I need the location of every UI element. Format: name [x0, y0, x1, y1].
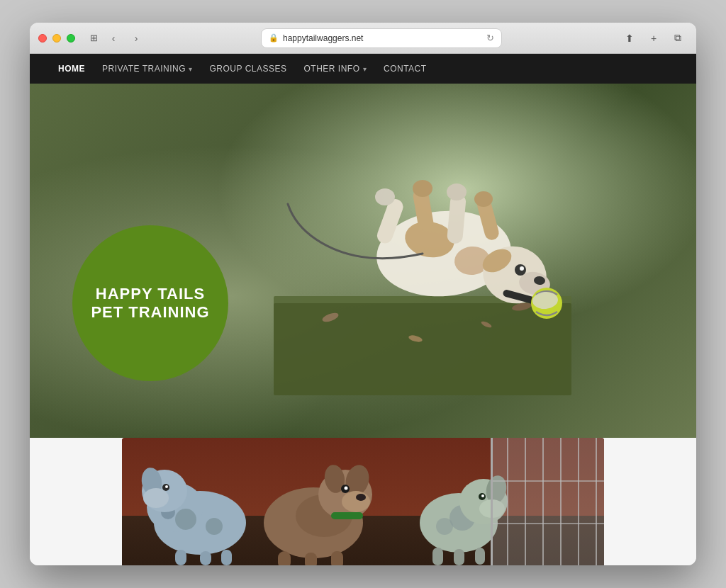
svg-point-47: [356, 494, 366, 501]
hero-section: HAPPY TAILS PET TRAINING: [30, 84, 696, 438]
nav-group-classes[interactable]: GROUP CLASSES: [203, 60, 294, 78]
chevron-down-icon: ▾: [189, 65, 193, 73]
title-bar: ⊞ ‹ › 🔒 happytailwaggers.net ↻ ⬆ + ⧉: [30, 23, 696, 54]
dogs-scene: [122, 438, 604, 565]
svg-rect-36: [175, 550, 186, 565]
website-content: HOME PRIVATE TRAINING ▾ GROUP CLASSES OT…: [30, 54, 696, 565]
cage-structure: [491, 438, 604, 565]
chevron-down-icon-2: ▾: [363, 65, 367, 73]
svg-point-17: [375, 188, 395, 205]
reload-button[interactable]: ↻: [486, 33, 494, 43]
new-tab-button[interactable]: +: [644, 28, 664, 48]
svg-rect-62: [475, 548, 485, 565]
svg-point-19: [413, 180, 432, 197]
lock-icon: 🔒: [269, 33, 279, 43]
svg-rect-1: [274, 303, 571, 395]
svg-point-28: [175, 509, 196, 530]
svg-point-23: [474, 191, 493, 207]
site-nav: HOME PRIVATE TRAINING ▾ GROUP CLASSES OT…: [30, 54, 696, 84]
nav-contact[interactable]: CONTACT: [376, 60, 434, 78]
svg-point-54: [436, 518, 453, 535]
toolbar-right: ⬆ + ⧉: [620, 28, 688, 48]
back-button[interactable]: ‹: [104, 28, 123, 48]
svg-point-46: [345, 487, 348, 490]
svg-rect-38: [221, 550, 232, 565]
svg-rect-49: [278, 551, 291, 565]
svg-point-33: [143, 488, 169, 508]
svg-point-59: [481, 494, 484, 497]
url-text: happytailwaggers.net: [283, 33, 363, 43]
svg-rect-51: [331, 551, 343, 565]
svg-point-35: [165, 485, 168, 488]
nav-private-training[interactable]: PRIVATE TRAINING ▾: [95, 60, 200, 78]
hero-logo-circle: HAPPY TAILS PET TRAINING: [72, 225, 228, 381]
svg-point-29: [206, 518, 223, 535]
nav-home[interactable]: HOME: [51, 60, 92, 78]
sidebar-toggle-icon[interactable]: ⊞: [84, 28, 104, 48]
below-hero-section: [30, 438, 696, 565]
svg-rect-60: [432, 548, 443, 565]
minimize-button[interactable]: [52, 34, 61, 43]
svg-rect-37: [200, 551, 211, 565]
maximize-button[interactable]: [67, 34, 75, 43]
nav-buttons: ‹ ›: [104, 28, 146, 48]
close-button[interactable]: [38, 34, 47, 43]
address-bar[interactable]: 🔒 happytailwaggers.net ↻: [261, 28, 502, 48]
traffic-lights: [38, 34, 75, 43]
svg-rect-50: [305, 553, 317, 565]
dogs-photo: [122, 438, 604, 565]
svg-rect-48: [331, 512, 363, 519]
svg-point-44: [342, 491, 370, 512]
svg-point-21: [447, 183, 467, 200]
nav-other-info[interactable]: OTHER INFO ▾: [297, 60, 374, 78]
browser-window: ⊞ ‹ › 🔒 happytailwaggers.net ↻ ⬆ + ⧉ HOM…: [30, 23, 696, 565]
dog-2-illustration: [235, 445, 377, 565]
svg-rect-61: [454, 549, 464, 565]
forward-button[interactable]: ›: [126, 28, 146, 48]
share-button[interactable]: ⬆: [620, 28, 640, 48]
svg-point-13: [520, 266, 524, 271]
tabs-button[interactable]: ⧉: [668, 28, 688, 48]
dog-illustration: [274, 98, 571, 395]
address-bar-container: 🔒 happytailwaggers.net ↻: [152, 28, 611, 48]
hero-logo-text: HAPPY TAILS PET TRAINING: [77, 285, 223, 322]
